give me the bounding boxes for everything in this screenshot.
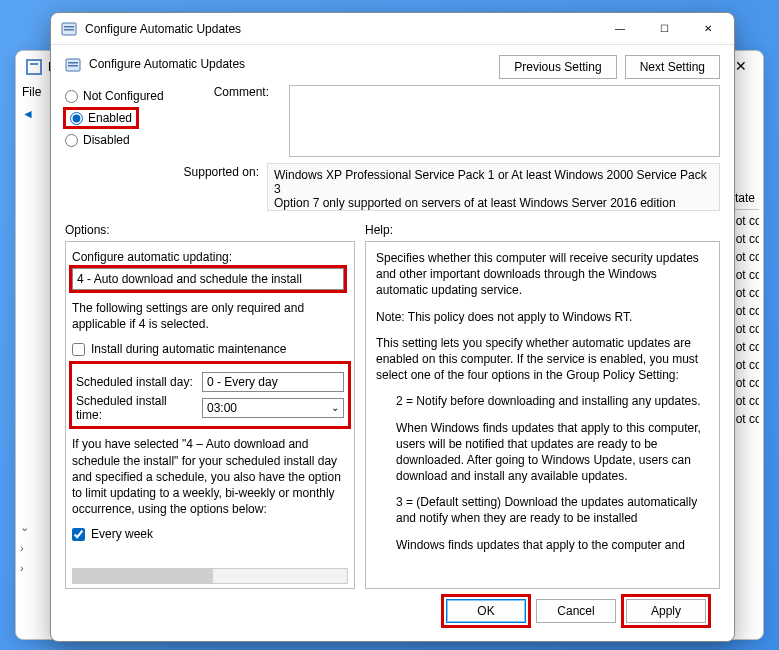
comment-textarea[interactable] [289,85,720,157]
titlebar: Configure Automatic Updates — ☐ ✕ [51,13,734,45]
policy-state-radios: Not Configured Enabled Disabled [65,85,185,151]
every-week-checkbox[interactable]: Every week [72,527,348,541]
bg-menu-file[interactable]: File [22,85,41,99]
policy-subtitle: Configure Automatic Updates [89,55,491,71]
every-week-label: Every week [91,527,153,541]
ok-button[interactable]: OK [446,599,526,623]
configure-updating-select[interactable]: 4 - Auto download and schedule the insta… [72,268,344,290]
options-label: Options: [65,223,365,237]
help-text: 2 = Notify before downloading and instal… [376,393,709,409]
scheduled-install-day-value: 0 - Every day [207,375,278,389]
svg-rect-7 [68,62,78,64]
close-button[interactable]: ✕ [686,14,730,44]
policy-icon [61,21,77,37]
supported-on-label: Supported on: [65,163,267,179]
chevron-right-icon[interactable]: › [20,562,29,574]
svg-rect-5 [64,29,74,31]
minimize-button[interactable]: — [598,14,642,44]
help-text: Specifies whether this computer will rec… [376,250,709,299]
maximize-button[interactable]: ☐ [642,14,686,44]
cancel-button[interactable]: Cancel [536,599,616,623]
scheduled-install-time-select[interactable]: 03:00 ⌄ [202,398,344,418]
comment-label: Comment: [199,85,275,99]
radio-enabled-label: Enabled [88,111,132,125]
chevron-down-icon[interactable]: ⌄ [20,521,29,534]
help-text: Windows finds updates that apply to the … [376,537,709,553]
install-during-maintenance-label: Install during automatic maintenance [91,342,286,356]
help-text: 3 = (Default setting) Download the updat… [376,494,709,526]
previous-setting-button[interactable]: Previous Setting [499,55,616,79]
configure-updating-label: Configure automatic updating: [72,250,348,264]
schedule-block: Scheduled install day: 0 - Every day Sch… [72,364,348,426]
dialog-footer: OK Cancel Apply [65,589,720,633]
limit-updating-note: If you have selected "4 – Auto download … [72,436,348,517]
mmc-icon [26,59,42,75]
scheduled-install-time-value: 03:00 [207,401,237,415]
next-setting-button[interactable]: Next Setting [625,55,720,79]
svg-rect-8 [68,65,78,67]
chevron-right-icon[interactable]: › [20,542,29,554]
svg-rect-4 [64,26,74,28]
radio-enabled-input[interactable] [70,112,83,125]
radio-not-configured-label: Not Configured [83,89,164,103]
radio-not-configured-input[interactable] [65,90,78,103]
radio-disabled-label: Disabled [83,133,130,147]
bg-menubar: File [22,85,41,99]
radio-disabled-input[interactable] [65,134,78,147]
svg-rect-1 [28,61,40,73]
scheduled-install-day-label: Scheduled install day: [76,375,196,389]
help-text: When Windows finds updates that apply to… [376,420,709,485]
back-icon[interactable]: ◄ [22,107,34,121]
scrollbar-thumb[interactable] [73,569,213,583]
bg-toolbar: ◄ [22,107,34,121]
radio-not-configured[interactable]: Not Configured [65,85,185,107]
help-text: Note: This policy does not apply to Wind… [376,309,709,325]
apply-button[interactable]: Apply [626,599,706,623]
help-text: This setting lets you specify whether au… [376,335,709,384]
configure-automatic-updates-dialog: Configure Automatic Updates — ☐ ✕ Config… [50,12,735,642]
window-title: Configure Automatic Updates [85,22,598,36]
chevron-down-icon: ⌄ [331,402,339,413]
install-during-maintenance-input[interactable] [72,343,85,356]
every-week-input[interactable] [72,528,85,541]
scheduled-install-time-label: Scheduled install time: [76,394,196,422]
options-horizontal-scrollbar[interactable] [72,568,348,584]
radio-disabled[interactable]: Disabled [65,129,185,151]
help-label: Help: [365,223,720,237]
policy-icon [65,57,81,73]
scheduled-install-day-select[interactable]: 0 - Every day [202,372,344,392]
install-during-maintenance-checkbox[interactable]: Install during automatic maintenance [72,342,348,356]
options-pane: Configure automatic updating: 4 - Auto d… [65,241,355,589]
following-settings-note: The following settings are only required… [72,300,348,332]
svg-rect-2 [30,63,38,65]
radio-enabled[interactable]: Enabled [65,107,185,129]
bg-tree-expanders: ⌄ › › [20,513,29,582]
help-pane[interactable]: Specifies whether this computer will rec… [365,241,720,589]
supported-on-text: Windows XP Professional Service Pack 1 o… [267,163,720,211]
configure-updating-value: 4 - Auto download and schedule the insta… [77,272,302,286]
